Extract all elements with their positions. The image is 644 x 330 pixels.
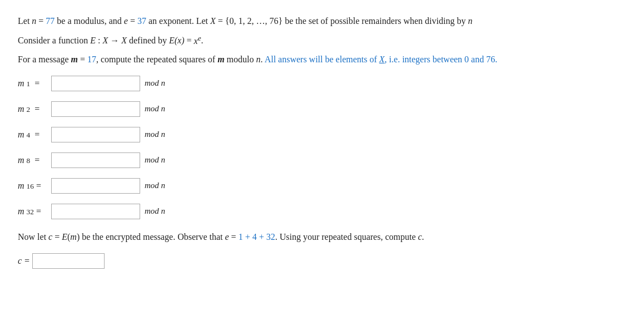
- c-row: c =: [18, 253, 626, 269]
- X-var: X: [210, 16, 216, 26]
- m1-input[interactable]: [51, 76, 140, 91]
- m-value: 17: [87, 55, 96, 64]
- m32-input[interactable]: [51, 204, 140, 219]
- row-m8: m8 = mod n: [18, 152, 626, 168]
- m2-suffix: mod n: [145, 104, 165, 114]
- m4-input[interactable]: [51, 127, 140, 142]
- e-decomp: 1 + 4 + 32: [239, 232, 275, 242]
- m4-label: m4 =: [18, 130, 51, 140]
- xe-expr: xe: [194, 36, 201, 46]
- problem-container: Let n = 77 be a modulus, and e = 37 an e…: [18, 13, 626, 269]
- row-m1: m1 = mod n: [18, 76, 626, 91]
- m16-label: m16 =: [18, 181, 51, 191]
- X-var2: X: [102, 36, 108, 46]
- row-m2: m2 = mod n: [18, 101, 626, 117]
- m32-suffix: mod n: [145, 206, 165, 216]
- E-def: E(x): [169, 36, 185, 46]
- row-m16: m16 = mod n: [18, 178, 626, 194]
- m8-suffix: mod n: [145, 155, 165, 165]
- n-value: 77: [46, 16, 55, 26]
- m1-label: m1 =: [18, 78, 51, 88]
- m2-label: m2 =: [18, 104, 51, 114]
- line3: For a message m = 17, compute the repeat…: [18, 52, 626, 67]
- line1: Let n = 77 be a modulus, and e = 37 an e…: [18, 13, 626, 28]
- n-var: n: [32, 16, 36, 26]
- all-answers-note: All answers will be elements of X, i.e. …: [265, 55, 498, 64]
- input-rows: m1 = mod n m2 = mod n m4 = mod n m8 =: [18, 76, 626, 219]
- line3-text: For a message m = 17, compute the repeat…: [18, 55, 497, 64]
- row-m32: m32 = mod n: [18, 204, 626, 219]
- e-value: 37: [137, 16, 146, 26]
- m32-label: m32 =: [18, 206, 51, 216]
- footer-line: Now let c = E(m) be the encrypted messag…: [18, 229, 626, 244]
- line2-text: Consider a function E : X → X defined by…: [18, 36, 204, 46]
- line1-text: Let n = 77 be a modulus, and e = 37 an e…: [18, 16, 472, 26]
- footer-section: Now let c = E(m) be the encrypted messag…: [18, 229, 626, 244]
- m16-suffix: mod n: [145, 181, 165, 190]
- E-func: E: [90, 36, 96, 46]
- e-var: e: [124, 16, 128, 26]
- row-m4: m4 = mod n: [18, 127, 626, 142]
- X-var3: X: [121, 36, 127, 46]
- m2-input[interactable]: [51, 101, 140, 117]
- m1-suffix: mod n: [145, 78, 165, 88]
- c-input[interactable]: [32, 253, 105, 269]
- m8-input[interactable]: [51, 152, 140, 168]
- c-label: c =: [18, 256, 30, 266]
- m8-label: m8 =: [18, 155, 51, 165]
- m16-input[interactable]: [51, 178, 140, 194]
- m4-suffix: mod n: [145, 130, 165, 139]
- line2: Consider a function E : X → X defined by…: [18, 32, 626, 48]
